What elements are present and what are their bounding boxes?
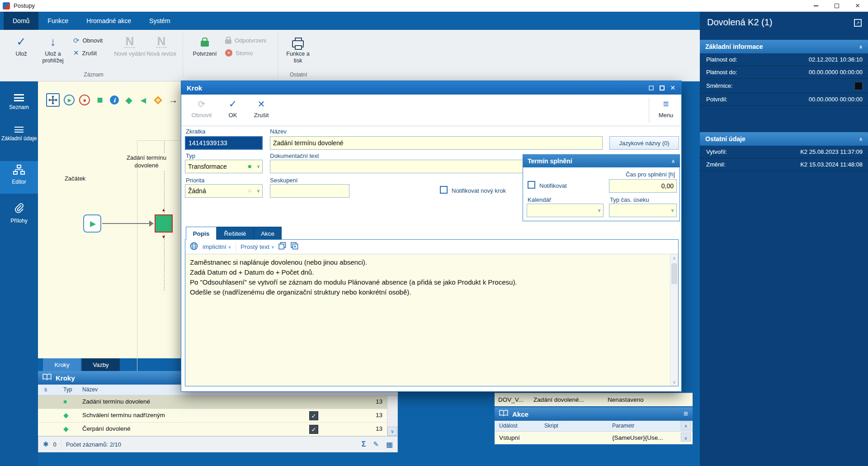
dialog-titlebar[interactable]: Krok (181, 81, 681, 95)
checkbox-checked[interactable]: ✓ (309, 425, 318, 434)
event-tool-icon[interactable] (152, 94, 164, 106)
ribbon-tab-domu[interactable]: Domů (4, 12, 38, 30)
restore-button[interactable] (826, 0, 847, 12)
tab-kroky[interactable]: Kroky (43, 358, 81, 371)
seskupeni-field[interactable] (270, 184, 349, 198)
ribbon-tab-funkce[interactable]: Funkce (38, 12, 77, 30)
priorita-combo[interactable]: Žádná ○ ∨ (185, 184, 263, 198)
save-button[interactable]: ✓ Ulož (5, 33, 37, 57)
scroll-down-button[interactable]: ∨ (670, 378, 678, 386)
move-cross-icon (48, 95, 57, 105)
kalendar-label: Kalendář (528, 196, 551, 203)
table-row[interactable]: ◆ Čerpání dovolené ✓ 13 (38, 423, 387, 436)
plain-text-button[interactable]: Prostý text∨ (241, 243, 274, 250)
typ-combo[interactable]: Transformace ■ ∨ (185, 160, 263, 173)
zkratka-field[interactable]: 14141939133 (185, 136, 263, 150)
implicit-language-button[interactable]: implicitní∨ (203, 243, 231, 250)
priorita-label: Priorita (186, 177, 204, 184)
start-node[interactable]: ▶ (83, 214, 101, 233)
refresh-icon: ⟳ (189, 96, 215, 112)
dialog-cancel-button[interactable]: ✕ Zrušit (249, 96, 274, 119)
dropdown-icon: ∨ (671, 204, 674, 217)
product-row[interactable]: DOV_V... Zadání dovolené... Nenastaveno (495, 393, 693, 406)
globe-icon[interactable] (190, 242, 198, 252)
sidebar-item-seznam[interactable]: Seznam (0, 90, 38, 110)
stop-tool-icon[interactable]: ■ (79, 94, 90, 106)
cas-pro-splneni-field[interactable]: 0,00 (609, 179, 677, 193)
termin-panel-header[interactable]: Termín splnění ∧ (523, 155, 679, 167)
checkbox-checked[interactable]: ✓ (309, 411, 318, 420)
scroll-thumb[interactable] (671, 263, 677, 284)
akce-column-header[interactable]: Událost Skript Parametr ∧ (495, 421, 693, 432)
ribbon-tab-hromadne-akce[interactable]: Hromadné akce (77, 12, 140, 30)
kalendar-combo[interactable]: ∨ (527, 204, 604, 217)
scroll-up-button[interactable]: ∧ (681, 421, 691, 430)
kroky-scrollbar[interactable]: ∨ (387, 395, 398, 436)
copy-to-icon[interactable] (291, 242, 298, 252)
grid-edit-icon[interactable]: ▦ (386, 440, 393, 449)
popis-scrollbar[interactable]: ∧ ∨ (670, 254, 678, 386)
table-row[interactable]: ■ Zadání termínu dovolené 13 (38, 395, 387, 409)
functions-print-button[interactable]: Funkce a tisk (282, 33, 314, 64)
dialog-close-button[interactable]: ✕ (669, 84, 677, 91)
step-tool-icon[interactable]: ■ (94, 94, 106, 106)
new-revision-icon: N (156, 35, 167, 48)
akce-row[interactable]: Vstupní {SameUser}{Use... ∨ (495, 432, 693, 444)
minimize-button[interactable] (806, 0, 826, 12)
sidebar-item-zakladni-udaje[interactable]: Základní údaje (0, 123, 38, 142)
table-row[interactable]: ◆ Schválení termínu nadřízeným ✓ 13 (38, 409, 387, 423)
save-and-view-button[interactable]: ↓ Ulož a prohlížej (37, 33, 69, 64)
book-icon (499, 410, 508, 418)
zkratka-label: Zkratka (186, 128, 205, 135)
dialog-maximize-button[interactable] (658, 84, 666, 91)
notifikovat-checkbox[interactable] (528, 181, 535, 189)
edit-icon[interactable]: ✎ (373, 440, 379, 448)
play-tool-icon[interactable]: ▶ (63, 94, 75, 106)
tab-akce[interactable]: Akce (254, 227, 282, 240)
typ-cas-useku-combo[interactable]: ∨ (609, 204, 677, 217)
tab-resitele[interactable]: Řešitelé (217, 227, 254, 240)
section-header-zakladni-informace[interactable]: Základní informace ∧ (700, 40, 868, 53)
scroll-down-button[interactable]: ∨ (681, 433, 691, 442)
menu-icon[interactable]: ≡ (684, 409, 688, 418)
tab-popis[interactable]: Popis (186, 227, 217, 240)
arrow-tool-icon[interactable]: → (167, 94, 179, 106)
nazev-field[interactable]: Zadání termínu dovolené (270, 136, 603, 150)
paperclip-icon (14, 203, 24, 215)
copy-from-icon[interactable] (278, 242, 286, 252)
notifikovat-novy-krok-checkbox[interactable] (440, 186, 448, 194)
settings-icon[interactable]: ✱ (43, 440, 49, 448)
dialog-ok-button[interactable]: ✓ OK (223, 96, 243, 119)
unconfirm-button: Odpotvrzeni (225, 34, 266, 46)
sidebar-item-prilohy[interactable]: Přílohy (0, 199, 38, 224)
decision-tool-icon[interactable]: ◆ (123, 94, 135, 106)
sum-icon[interactable]: Σ (362, 440, 366, 448)
storno-button: ✕ Storno (225, 47, 253, 59)
sidebar-item-editor[interactable]: Editor (0, 161, 38, 194)
close-button[interactable]: ✕ (847, 0, 868, 12)
group-label-record: Záznam (5, 71, 182, 78)
dialog-menu-button[interactable]: ≡ Menu (654, 96, 678, 119)
collapse-chevron-icon: ∧ (859, 136, 863, 142)
step-node-selected[interactable] (155, 214, 173, 233)
group-label-other: Ostatní (271, 71, 326, 78)
back-tool-icon[interactable]: ◀ (137, 94, 149, 106)
refresh-button[interactable]: ⟳ Obnovit (73, 34, 103, 46)
tab-vazby[interactable]: Vazby (82, 358, 120, 371)
info-tool-icon[interactable]: i (108, 94, 120, 106)
scroll-down-button[interactable]: ∨ (387, 427, 397, 436)
collapse-chevron-icon: ∧ (671, 158, 675, 164)
info-row: Platnost od: 02.12.2021 10:36:10 (700, 53, 868, 66)
popis-text-area[interactable]: Zaměstnanec si naplánuje dovolenou (nebo… (185, 254, 670, 386)
scroll-up-button[interactable]: ∧ (670, 254, 678, 262)
smernice-checkbox[interactable] (854, 82, 863, 90)
open-in-window-icon[interactable]: ↗ (854, 19, 862, 27)
confirm-button[interactable]: Potvrzení (189, 33, 221, 57)
section-header-ostatni-udaje[interactable]: Ostatní údaje ∧ (700, 132, 868, 146)
dialog-restore-button[interactable] (647, 84, 655, 91)
move-tool-button[interactable] (46, 93, 60, 107)
ribbon-tab-system[interactable]: Systém (140, 12, 179, 30)
dokumentacni-text-field[interactable] (270, 160, 523, 173)
cancel-button[interactable]: ✕ Zrušit (73, 47, 97, 59)
jazykove-nazvy-button[interactable]: Jazykové názvy (0) (609, 136, 679, 150)
